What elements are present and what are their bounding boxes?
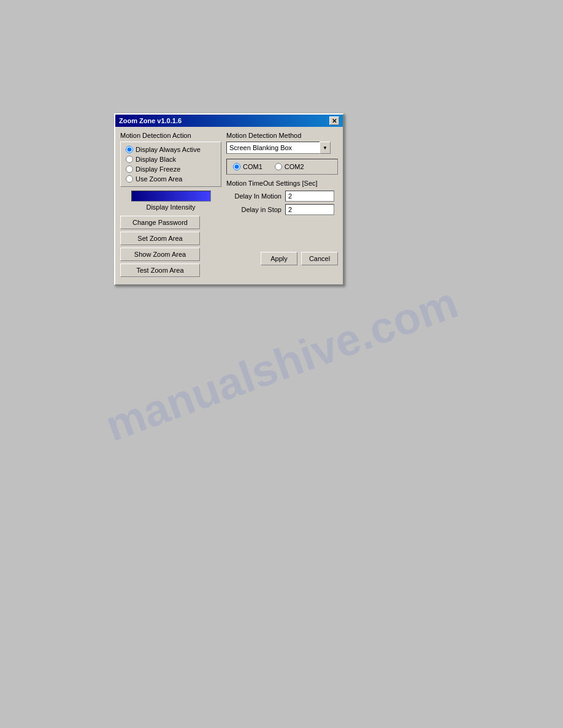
right-panel: Motion Detection Method Screen Blanking … [226,132,338,279]
show-zoom-area-button[interactable]: Show Zoom Area [120,248,200,261]
com2-radio-input[interactable] [275,163,282,170]
watermark: manualshive.com [99,277,464,451]
left-panel: Motion Detection Action Display Always A… [120,132,221,279]
radio-use-zoom-area: Use Zoom Area [126,175,216,183]
radio-use-zoom-area-input[interactable] [126,175,133,183]
title-bar: Zoom Zone v1.0.1.6 ✕ [115,115,343,127]
change-password-button[interactable]: Change Password [120,216,200,229]
radio-display-always-label: Display Always Active [136,146,201,153]
radio-display-freeze-label: Display Freeze [136,165,180,173]
method-dropdown-wrapper: Screen Blanking Box ▼ [226,142,331,154]
radio-display-black-label: Display Black [136,156,176,163]
delay-in-stop-row: Delay in Stop [226,204,338,215]
com1-radio-input[interactable] [233,163,240,170]
method-title: Motion Detection Method [226,132,338,139]
bottom-right-buttons: Apply Cancel [226,252,338,265]
intensity-section: Display Intensity [120,191,221,211]
com2-radio-item: COM2 [275,163,304,170]
test-zoom-area-button[interactable]: Test Zoom Area [120,264,200,277]
action-buttons: Change Password Set Zoom Area Show Zoom … [120,216,221,277]
delay-in-stop-label: Delay in Stop [226,206,282,213]
radio-display-freeze-input[interactable] [126,165,133,173]
radio-display-freeze: Display Freeze [126,165,216,173]
motion-detection-action-group: Display Always Active Display Black Disp… [120,142,221,187]
delay-in-motion-input[interactable] [285,191,334,202]
timeout-title: Motion TimeOut Settings [Sec] [226,180,338,187]
com1-label: COM1 [243,163,262,170]
intensity-label: Display Intensity [146,203,195,211]
motion-detection-action-title: Motion Detection Action [120,132,221,139]
radio-display-black-input[interactable] [126,156,133,163]
method-section: Motion Detection Method Screen Blanking … [226,132,338,154]
set-zoom-area-button[interactable]: Set Zoom Area [120,232,200,245]
radio-display-always-input[interactable] [126,146,133,153]
com2-label: COM2 [285,163,304,170]
delay-in-motion-label: Delay In Motion [226,192,282,200]
timeout-section: Motion TimeOut Settings [Sec] Delay In M… [226,180,338,215]
close-button[interactable]: ✕ [329,116,339,125]
dialog-content: Motion Detection Action Display Always A… [115,127,343,284]
delay-in-motion-row: Delay In Motion [226,191,338,202]
intensity-bar[interactable] [131,191,211,202]
delay-in-stop-input[interactable] [285,204,334,215]
radio-display-always: Display Always Active [126,146,216,153]
method-dropdown[interactable]: Screen Blanking Box [226,142,331,154]
cancel-button[interactable]: Cancel [301,252,338,265]
radio-use-zoom-area-label: Use Zoom Area [136,175,182,183]
dialog-window: Zoom Zone v1.0.1.6 ✕ Motion Detection Ac… [114,113,344,286]
dialog-title: Zoom Zone v1.0.1.6 [119,117,182,124]
radio-display-black: Display Black [126,156,216,163]
com-port-group: COM1 COM2 [226,159,338,175]
apply-button[interactable]: Apply [261,252,297,265]
com1-radio-item: COM1 [233,163,262,170]
